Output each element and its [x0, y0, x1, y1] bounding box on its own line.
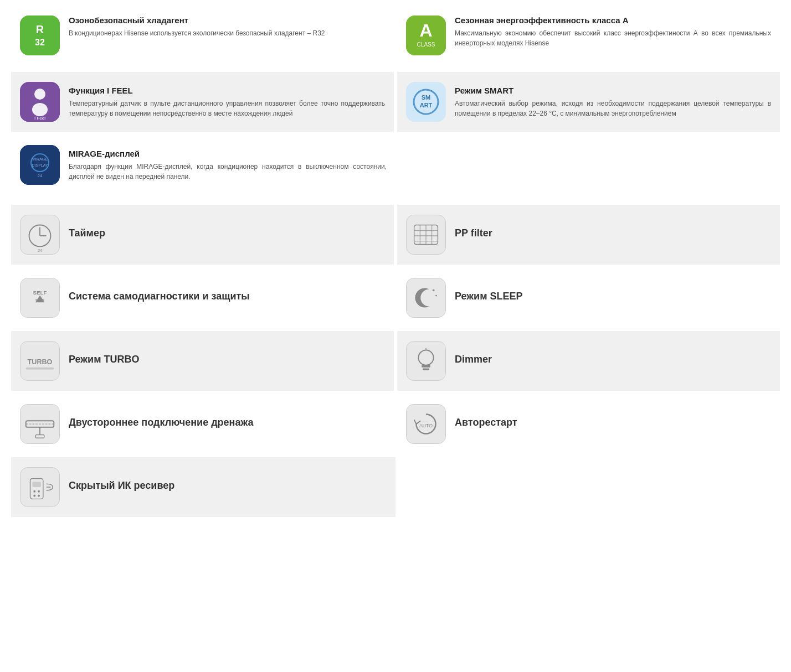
- svg-text:SELF: SELF: [33, 290, 47, 296]
- sleep-text: Режим SLEEP: [455, 291, 771, 306]
- mirage-empty: [396, 135, 780, 198]
- svg-text:TURBO: TURBO: [28, 358, 53, 366]
- svg-text:24: 24: [38, 173, 43, 178]
- feature-self: SELF Система самодиагностики и защиты: [11, 268, 394, 328]
- r32-desc: В кондиционерах Hisense используется эко…: [69, 28, 385, 38]
- svg-rect-41: [407, 342, 445, 380]
- svg-rect-0: [20, 15, 60, 55]
- svg-text:32: 32: [35, 38, 45, 47]
- svg-text:R: R: [36, 23, 44, 35]
- mirage-text: MIRAGE-дисплей Благодаря функции MIRAGE-…: [69, 149, 387, 182]
- turbo-title: Режим TURBO: [69, 354, 385, 365]
- svg-text:CLASS: CLASS: [417, 42, 435, 48]
- feature-pp: PP filter: [397, 205, 780, 265]
- feature-r32: R 32 Озонобезопасный хладагент В кондици…: [11, 6, 394, 65]
- svg-text:AUTO: AUTO: [419, 423, 433, 428]
- feature-auto: AUTO Авторестарт: [397, 394, 780, 454]
- sleep-title: Режим SLEEP: [455, 291, 771, 302]
- row-3: MIRAGE DISPLAY 24 MIRAGE-дисплей Благода…: [11, 135, 780, 201]
- turbo-icon: TURBO: [20, 341, 60, 381]
- feature-turbo: TURBO Режим TURBO: [11, 331, 394, 391]
- drain-text: Двустороннее подключение дренажа: [69, 417, 385, 432]
- svg-text:SM: SM: [422, 94, 431, 101]
- class-a-title: Сезонная энергоэффективность класса А: [455, 15, 771, 25]
- ir-icon: [20, 467, 60, 507]
- timer-text: Таймер: [69, 228, 385, 242]
- features-grid: R 32 Озонобезопасный хладагент В кондици…: [11, 6, 780, 520]
- timer-title: Таймер: [69, 228, 385, 239]
- row-2: I Feel Функция I FEEL Температурный датч…: [11, 72, 780, 132]
- svg-point-56: [33, 490, 35, 493]
- row-1: R 32 Озонобезопасный хладагент В кондици…: [11, 6, 780, 69]
- dimmer-text: Dimmer: [455, 354, 771, 369]
- timer-icon: 24: [20, 215, 60, 255]
- smart-icon: SM ART: [406, 82, 446, 122]
- ir-title: Скрытый ИК ресивер: [69, 480, 387, 492]
- feature-mirage: MIRAGE DISPLAY 24 MIRAGE-дисплей Благода…: [11, 135, 396, 198]
- mirage-desc: Благодаря функции MIRAGE-дисплей, когда …: [69, 162, 387, 182]
- feature-sleep: Режим SLEEP: [397, 268, 780, 328]
- svg-text:DISPLAY: DISPLAY: [32, 163, 48, 167]
- drain-title: Двустороннее подключение дренажа: [69, 417, 385, 428]
- class-a-text: Сезонная энергоэффективность класса А Ма…: [455, 15, 771, 48]
- r32-title: Озонобезопасный хладагент: [69, 15, 385, 25]
- auto-title: Авторестарт: [455, 417, 771, 428]
- dimmer-icon: [406, 341, 446, 381]
- row-4: 24 Таймер: [11, 205, 780, 265]
- svg-text:I Feel: I Feel: [34, 116, 45, 121]
- mirage-icon: MIRAGE DISPLAY 24: [20, 145, 60, 185]
- svg-point-7: [34, 89, 45, 100]
- svg-point-8: [32, 103, 48, 116]
- svg-point-36: [433, 289, 435, 291]
- ifeel-icon: I Feel: [20, 82, 60, 122]
- svg-text:24: 24: [38, 248, 43, 253]
- row-5: SELF Система самодиагностики и защиты: [11, 268, 780, 328]
- svg-text:ART: ART: [420, 102, 433, 108]
- feature-smart: SM ART Режим SMART Автоматический выбор …: [397, 72, 780, 132]
- sleep-icon: [406, 278, 446, 318]
- smart-text: Режим SMART Автоматический выбор режима,…: [455, 86, 771, 118]
- ir-text: Скрытый ИК ресивер: [69, 480, 387, 495]
- pp-icon: [406, 215, 446, 255]
- dimmer-title: Dimmer: [455, 354, 771, 365]
- svg-text:A: A: [419, 20, 432, 40]
- svg-rect-55: [32, 482, 41, 487]
- feature-ir: Скрытый ИК ресивер: [11, 457, 396, 520]
- auto-icon: AUTO: [406, 404, 446, 444]
- row-8: Скрытый ИК ресивер: [11, 457, 780, 520]
- svg-rect-35: [407, 278, 445, 317]
- self-title: Система самодиагностики и защиты: [69, 291, 385, 302]
- feature-ifeel: I Feel Функция I FEEL Температурный датч…: [11, 72, 394, 132]
- svg-rect-44: [423, 369, 429, 370]
- row-6: TURBO Режим TURBO: [11, 331, 780, 391]
- svg-point-58: [33, 495, 35, 497]
- feature-class-a: A CLASS Сезонная энергоэффективность кла…: [394, 6, 780, 65]
- svg-text:MIRAGE: MIRAGE: [32, 157, 48, 161]
- feature-drain: Двустороннее подключение дренажа: [11, 394, 394, 454]
- turbo-text: Режим TURBO: [69, 354, 385, 369]
- ifeel-text: Функция I FEEL Температурный датчик в пу…: [69, 86, 385, 118]
- class-a-icon: A CLASS: [406, 15, 446, 55]
- r32-text: Озонобезопасный хладагент В кондиционера…: [69, 15, 385, 38]
- feature-timer: 24 Таймер: [11, 205, 394, 265]
- r32-icon: R 32: [20, 15, 60, 55]
- svg-point-37: [435, 295, 437, 297]
- class-a-desc: Максимальную экономию обеспечит высокий …: [455, 28, 771, 48]
- smart-title: Режим SMART: [455, 86, 771, 95]
- ifeel-title: Функция I FEEL: [69, 86, 385, 95]
- svg-point-57: [38, 490, 40, 493]
- feature-dimmer: Dimmer: [397, 331, 780, 391]
- self-text: Система самодиагностики и защиты: [69, 291, 385, 306]
- drain-icon: [20, 404, 60, 444]
- svg-rect-40: [26, 368, 54, 370]
- page: R 32 Озонобезопасный хладагент В кондици…: [0, 0, 791, 672]
- row-7: Двустороннее подключение дренажа AUTO Ав…: [11, 394, 780, 454]
- smart-desc: Автоматический выбор режима, исходя из н…: [455, 99, 771, 118]
- auto-text: Авторестарт: [455, 417, 771, 432]
- svg-rect-43: [422, 365, 430, 368]
- mirage-title: MIRAGE-дисплей: [69, 149, 387, 158]
- pp-title: PP filter: [455, 228, 771, 239]
- svg-point-59: [38, 495, 40, 497]
- ir-empty: [396, 457, 780, 520]
- ifeel-desc: Температурный датчик в пульте дистанцион…: [69, 99, 385, 118]
